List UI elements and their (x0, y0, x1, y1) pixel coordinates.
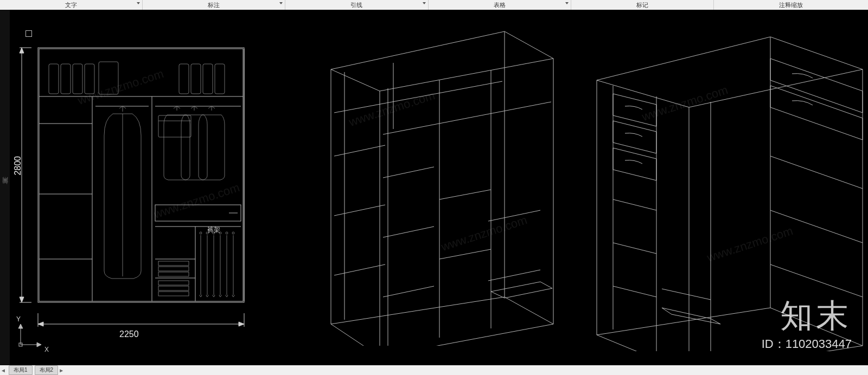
panel-leaders[interactable]: 引线 (285, 0, 428, 10)
svg-marker-51 (37, 342, 41, 347)
svg-rect-34 (203, 64, 213, 94)
svg-rect-28 (61, 64, 71, 94)
svg-rect-21 (155, 205, 241, 221)
panel-tables[interactable]: 表格 (429, 0, 571, 10)
svg-rect-33 (191, 64, 201, 94)
svg-rect-29 (73, 64, 82, 94)
panel-anno-scale[interactable]: 注释缩放 (714, 0, 868, 10)
brand-watermark: 知末 (780, 294, 852, 338)
svg-rect-49 (158, 292, 189, 296)
left-watermark-strip: 知末网 (0, 10, 10, 365)
chevron-down-icon[interactable] (423, 2, 426, 4)
layout-tab-2[interactable]: 布局2 (35, 365, 59, 375)
chevron-down-icon[interactable] (565, 2, 569, 4)
svg-marker-9 (239, 322, 244, 326)
panel-dimension[interactable]: 标注 (143, 0, 285, 10)
tab-scroll-right-icon[interactable]: ► (58, 367, 65, 373)
svg-rect-48 (158, 286, 189, 290)
svg-rect-47 (158, 281, 189, 285)
svg-point-42 (226, 232, 228, 234)
panel-label: 引线 (350, 1, 362, 9)
panel-text[interactable]: 文字 (0, 0, 143, 10)
panel-label: 注释缩放 (779, 1, 803, 9)
brand-id-watermark: ID：1102033447 (762, 336, 852, 352)
left-watermark-text: 知末网 (1, 186, 9, 189)
svg-marker-53 (18, 324, 23, 328)
layout-tab-bar: ◄ 布局1 布局2 ► (0, 365, 868, 375)
dimension-height: 2800 (13, 156, 23, 176)
svg-marker-3 (20, 48, 24, 53)
svg-rect-45 (158, 267, 189, 271)
svg-rect-31 (99, 62, 118, 94)
svg-rect-36 (158, 115, 191, 137)
svg-rect-44 (158, 261, 189, 266)
chevron-down-icon[interactable] (137, 2, 140, 4)
svg-rect-32 (179, 64, 189, 94)
panel-label: 表格 (494, 1, 506, 9)
svg-rect-35 (215, 64, 225, 94)
model-viewport[interactable]: 知末网 www.znzmo.com www.znzmo.com www.znzm… (0, 10, 868, 365)
svg-point-43 (232, 232, 234, 234)
ucs-x-label: X (44, 346, 49, 353)
ribbon-panels: 文字 标注 引线 表格 标记 注释缩放 (0, 0, 868, 10)
wardrobe-elevation-2d (16, 31, 277, 346)
panel-label: 标注 (208, 1, 220, 9)
layout-tab-1[interactable]: 布局1 (9, 365, 33, 375)
wardrobe-iso-open (271, 21, 575, 346)
ucs-y-label: Y (16, 315, 21, 323)
svg-rect-30 (85, 64, 94, 94)
svg-rect-27 (49, 64, 59, 94)
ucs-icon (14, 319, 47, 351)
svg-marker-4 (20, 297, 24, 302)
chevron-down-icon[interactable] (279, 2, 283, 4)
panel-label: 标记 (636, 1, 648, 9)
label-pants-rack: 裤架 (207, 225, 220, 235)
svg-point-38 (200, 232, 202, 234)
dimension-width: 2250 (119, 329, 139, 339)
tab-scroll-left-icon[interactable]: ◄ (0, 367, 7, 373)
svg-rect-46 (158, 272, 189, 276)
panel-label: 文字 (65, 1, 77, 9)
panel-markup[interactable]: 标记 (571, 0, 714, 10)
